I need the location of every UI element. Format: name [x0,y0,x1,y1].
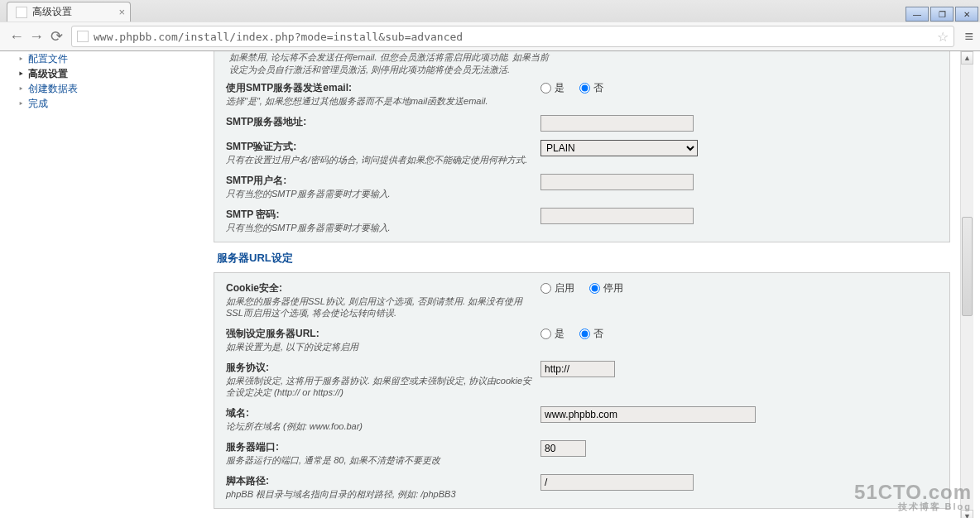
row-domain: 域名: 论坛所在域名 (例如: www.foo.bar) [226,406,938,432]
sidebar-item-config[interactable]: 配置文件 [22,51,205,66]
minimize-button[interactable]: ― [906,7,929,22]
sidebar-item-advanced[interactable]: 高级设置 [22,66,205,81]
top-note: 如果禁用, 论坛将不会发送任何email. 但您会员激活将需启用此项功能. 如果… [226,51,938,81]
label-port: 服务器端口: [226,440,532,454]
back-button[interactable]: ← [7,26,26,46]
scroll-thumb[interactable] [962,217,973,316]
radio-force-yes[interactable]: 是 [540,327,564,341]
input-script[interactable] [540,474,694,491]
reload-button[interactable]: ⟳ [46,26,66,46]
radio-cookie-off[interactable]: 停用 [589,281,623,295]
tab-title: 高级设置 [32,5,72,19]
url-input[interactable] [94,31,937,43]
input-domain[interactable] [540,406,756,423]
tab-bar: 高级设置 × ― ❐ ✕ [0,0,980,22]
row-cookie: Cookie安全: 如果您的服务器使用SSL协议, 则启用这个选项, 否则请禁用… [226,281,938,319]
sidebar: 配置文件 高级设置 创建数据表 完成 [7,51,214,518]
bookmark-icon[interactable]: ☆ [937,29,949,45]
browser-chrome: 高级设置 × ― ❐ ✕ ← → ⟳ ☆ ≡ [0,0,980,51]
label-smtp-send: 使用SMTP服务器发送email: [226,81,532,95]
email-settings-block: 如果禁用, 论坛将不会发送任何email. 但您会员激活将需启用此项功能. 如果… [214,51,950,242]
url-settings-block: Cookie安全: 如果您的服务器使用SSL协议, 则启用这个选项, 否则请禁用… [214,272,950,509]
browser-tab[interactable]: 高级设置 × [7,2,131,22]
label-smtp-user: SMTP用户名: [226,174,532,188]
page-icon [16,7,27,18]
menu-icon[interactable]: ≡ [964,28,973,46]
radio-cookie-on[interactable]: 启用 [540,281,574,295]
label-cookie: Cookie安全: [226,281,532,295]
section-url-title: 服务器URL设定 [214,247,950,272]
forward-button[interactable]: → [26,26,46,46]
close-icon[interactable]: × [118,6,125,18]
input-protocol[interactable] [540,361,615,377]
page-icon [77,31,89,42]
input-smtp-user[interactable] [540,174,694,190]
window-controls: ― ❐ ✕ [906,7,980,22]
row-smtp-send: 使用SMTP服务器发送email: 选择"是", 如果您想通过其他服务器而不是本… [226,81,938,107]
row-smtp-server: SMTP服务器地址: [226,115,938,132]
row-smtp-pass: SMTP 密码: 只有当您的SMTP服务器需要时才要输入. [226,208,938,233]
input-smtp-pass[interactable] [540,208,694,224]
input-smtp-server[interactable] [540,115,694,132]
radio-smtp-yes[interactable]: 是 [540,81,564,95]
row-smtp-user: SMTP用户名: 只有当您的SMTP服务器需要时才要输入. [226,174,938,199]
browser-toolbar: ← → ⟳ ☆ ≡ [0,22,980,50]
label-smtp-pass: SMTP 密码: [226,208,532,222]
sidebar-item-finish[interactable]: 完成 [22,96,205,111]
main-content: 如果禁用, 论坛将不会发送任何email. 但您会员激活将需启用此项功能. 如果… [214,51,960,518]
sidebar-item-create-tables[interactable]: 创建数据表 [22,81,205,96]
row-protocol: 服务协议: 如果强制设定, 这将用于服务器协议. 如果留空或未强制设定, 协议由… [226,361,938,398]
watermark: 51CTO.com 技术博客 Blog [854,482,972,511]
label-smtp-server: SMTP服务器地址: [226,115,532,129]
scrollbar[interactable]: ▲ ▼ [960,51,973,518]
maximize-button[interactable]: ❐ [930,7,954,22]
label-smtp-auth: SMTP验证方式: [226,140,532,154]
close-button[interactable]: ✕ [955,7,978,22]
label-force-url: 强制设定服务器URL: [226,327,532,341]
row-port: 服务器端口: 服务器运行的端口, 通常是 80, 如果不清楚请不要更改 [226,440,938,466]
row-script: 脚本路径: phpBB 根目录与域名指向目录的相对路径, 例如: /phpBB3 [226,474,938,500]
input-port[interactable] [540,440,586,457]
url-bar[interactable]: ☆ [71,26,954,47]
select-smtp-auth[interactable]: PLAIN [540,140,698,156]
label-script: 脚本路径: [226,474,532,488]
radio-smtp-no[interactable]: 否 [579,81,603,95]
label-domain: 域名: [226,406,532,420]
radio-force-no[interactable]: 否 [579,327,603,341]
page-viewport: 配置文件 高级设置 创建数据表 完成 如果禁用, 论坛将不会发送任何email.… [0,51,980,518]
submit-area: 继续进行下一步 [214,514,950,518]
scroll-up-icon[interactable]: ▲ [961,51,973,65]
row-smtp-auth: SMTP验证方式: 只有在设置过用户名/密码的场合, 询问提供者如果您不能确定使… [226,140,938,165]
row-force-url: 强制设定服务器URL: 如果设置为是, 以下的设定将启用 是 否 [226,327,938,353]
label-protocol: 服务协议: [226,361,532,375]
